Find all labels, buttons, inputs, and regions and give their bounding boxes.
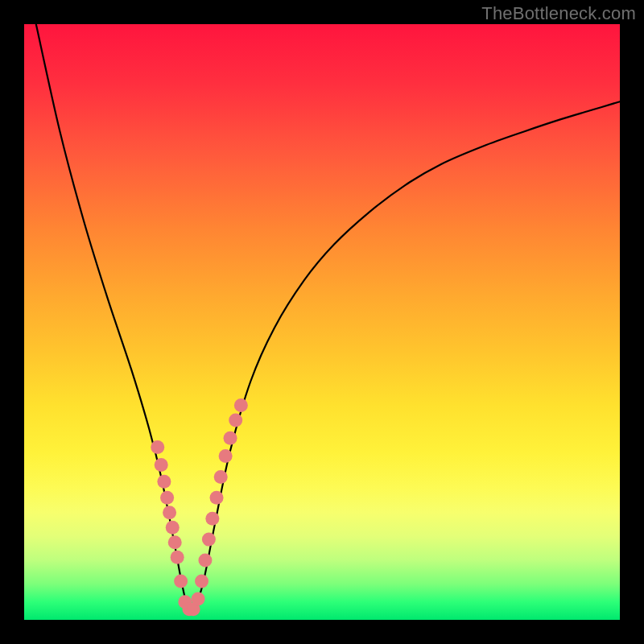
data-dot xyxy=(229,414,242,427)
data-dot xyxy=(160,491,174,505)
dot-cluster-right xyxy=(192,398,248,605)
watermark-text: TheBottleneck.com xyxy=(481,3,636,24)
curve-layer xyxy=(24,24,620,620)
data-dot xyxy=(151,440,164,454)
data-dot xyxy=(198,554,212,568)
data-dot xyxy=(155,458,168,472)
data-dot xyxy=(163,506,176,519)
data-dot xyxy=(171,551,184,564)
chart-stage: TheBottleneck.com xyxy=(0,0,644,644)
data-dot xyxy=(214,470,228,484)
data-dot xyxy=(168,535,182,549)
data-dot xyxy=(219,449,233,463)
data-dot xyxy=(202,533,216,547)
data-dot xyxy=(195,574,208,588)
data-dot xyxy=(166,521,180,535)
bottleneck-curve xyxy=(36,24,620,611)
data-dot xyxy=(210,491,224,505)
data-dot xyxy=(157,475,171,489)
data-dot xyxy=(205,512,219,526)
data-dot xyxy=(192,592,205,606)
plot-area xyxy=(24,24,620,620)
data-dot xyxy=(174,574,188,588)
dot-cluster-left xyxy=(151,440,200,616)
data-dot xyxy=(234,398,248,412)
data-dot xyxy=(224,431,237,445)
